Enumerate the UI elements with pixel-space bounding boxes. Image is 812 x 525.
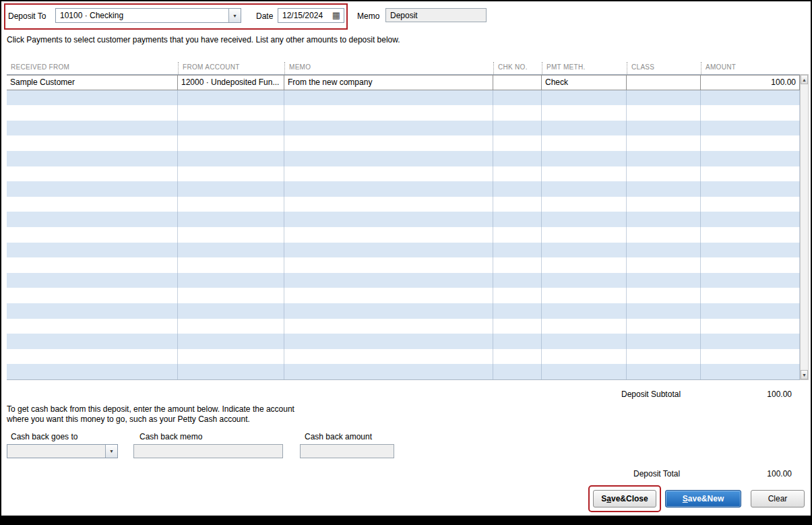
cell-memo[interactable] xyxy=(284,90,493,106)
cell-received_from[interactable] xyxy=(7,197,178,212)
cell-received_from[interactable] xyxy=(7,166,178,182)
cell-from_account[interactable] xyxy=(178,334,284,349)
cell-amount[interactable] xyxy=(701,288,800,303)
cell-received_from[interactable] xyxy=(7,181,178,197)
cell-chk_no[interactable] xyxy=(493,181,542,197)
cell-class[interactable] xyxy=(627,181,701,197)
cell-class[interactable] xyxy=(627,349,701,365)
cell-amount[interactable] xyxy=(701,273,800,288)
cell-from_account[interactable] xyxy=(178,90,284,106)
cell-chk_no[interactable] xyxy=(493,273,542,288)
cell-pmt_meth[interactable] xyxy=(542,212,627,227)
cell-class[interactable] xyxy=(627,334,701,349)
cell-class[interactable] xyxy=(627,105,701,121)
cell-class[interactable] xyxy=(627,212,701,227)
clear-button[interactable]: Clear xyxy=(751,490,805,507)
cell-memo[interactable] xyxy=(284,105,493,121)
deposit-table[interactable]: Sample Customer12000 · Undeposited Fun..… xyxy=(7,74,800,380)
cell-chk_no[interactable] xyxy=(493,105,542,121)
cell-received_from[interactable] xyxy=(7,243,178,258)
cell-received_from[interactable] xyxy=(7,273,178,288)
cell-amount[interactable] xyxy=(701,303,800,319)
cell-class[interactable] xyxy=(627,319,701,334)
cell-memo[interactable]: From the new company xyxy=(284,75,493,90)
cell-amount[interactable] xyxy=(701,257,800,273)
cell-received_from[interactable]: Sample Customer xyxy=(7,75,178,90)
cashback-amount-input[interactable] xyxy=(300,444,394,458)
cell-class[interactable] xyxy=(627,273,701,288)
cell-chk_no[interactable] xyxy=(493,227,542,243)
cell-received_from[interactable] xyxy=(7,151,178,166)
cell-from_account[interactable]: 12000 · Undeposited Fun... xyxy=(178,75,284,90)
cell-chk_no[interactable] xyxy=(493,166,542,182)
cell-pmt_meth[interactable] xyxy=(542,166,627,182)
cell-received_from[interactable] xyxy=(7,121,178,136)
table-row[interactable] xyxy=(7,181,800,197)
cell-received_from[interactable] xyxy=(7,364,178,379)
cell-chk_no[interactable] xyxy=(493,151,542,166)
table-row[interactable] xyxy=(7,364,800,379)
cell-chk_no[interactable] xyxy=(493,334,542,349)
cell-memo[interactable] xyxy=(284,166,493,182)
cell-from_account[interactable] xyxy=(178,273,284,288)
cell-from_account[interactable] xyxy=(178,166,284,182)
cell-from_account[interactable] xyxy=(178,197,284,212)
cell-memo[interactable] xyxy=(284,288,493,303)
cell-from_account[interactable] xyxy=(178,135,284,151)
cell-chk_no[interactable] xyxy=(493,303,542,319)
cell-chk_no[interactable] xyxy=(493,364,542,379)
save-close-button[interactable]: Save & Close xyxy=(593,490,656,507)
table-row[interactable] xyxy=(7,227,800,243)
cell-class[interactable] xyxy=(627,197,701,212)
cell-class[interactable] xyxy=(627,121,701,136)
cell-amount[interactable] xyxy=(701,90,800,106)
cell-pmt_meth[interactable] xyxy=(542,319,627,334)
cell-memo[interactable] xyxy=(284,303,493,319)
cell-amount[interactable]: 100.00 xyxy=(701,75,800,90)
cell-memo[interactable] xyxy=(284,334,493,349)
cell-amount[interactable] xyxy=(701,166,800,182)
cell-from_account[interactable] xyxy=(178,151,284,166)
cell-pmt_meth[interactable] xyxy=(542,151,627,166)
cell-memo[interactable] xyxy=(284,319,493,334)
cell-from_account[interactable] xyxy=(178,121,284,136)
cell-class[interactable] xyxy=(627,257,701,273)
cell-amount[interactable] xyxy=(701,197,800,212)
table-row[interactable] xyxy=(7,151,800,166)
cell-pmt_meth[interactable] xyxy=(542,257,627,273)
cell-pmt_meth[interactable] xyxy=(542,273,627,288)
cell-received_from[interactable] xyxy=(7,105,178,121)
cell-pmt_meth[interactable] xyxy=(542,121,627,136)
cell-received_from[interactable] xyxy=(7,212,178,227)
cell-memo[interactable] xyxy=(284,227,493,243)
chevron-down-icon[interactable]: ▼ xyxy=(228,9,241,22)
cell-pmt_meth[interactable] xyxy=(542,227,627,243)
cell-amount[interactable] xyxy=(701,349,800,365)
date-input[interactable]: 12/15/2024 ▦ xyxy=(278,8,344,23)
cell-amount[interactable] xyxy=(701,105,800,121)
cell-amount[interactable] xyxy=(701,181,800,197)
cell-class[interactable] xyxy=(627,151,701,166)
scroll-down-icon[interactable]: ▼ xyxy=(801,370,808,379)
cell-chk_no[interactable] xyxy=(493,243,542,258)
cell-from_account[interactable] xyxy=(178,227,284,243)
table-row[interactable] xyxy=(7,257,800,273)
cell-memo[interactable] xyxy=(284,181,493,197)
cell-pmt_meth[interactable] xyxy=(542,349,627,365)
cell-class[interactable] xyxy=(627,227,701,243)
cell-pmt_meth[interactable] xyxy=(542,334,627,349)
cashback-memo-input[interactable] xyxy=(133,444,283,458)
cell-class[interactable] xyxy=(627,75,701,90)
cell-memo[interactable] xyxy=(284,197,493,212)
cell-memo[interactable] xyxy=(284,135,493,151)
table-row[interactable] xyxy=(7,212,800,227)
vertical-scrollbar[interactable]: ▲ ▼ xyxy=(800,74,809,380)
cell-amount[interactable] xyxy=(701,151,800,166)
cell-pmt_meth[interactable] xyxy=(542,90,627,106)
cell-chk_no[interactable] xyxy=(493,257,542,273)
cell-class[interactable] xyxy=(627,90,701,106)
table-row[interactable] xyxy=(7,197,800,212)
cell-received_from[interactable] xyxy=(7,349,178,365)
cell-amount[interactable] xyxy=(701,319,800,334)
cell-memo[interactable] xyxy=(284,364,493,379)
